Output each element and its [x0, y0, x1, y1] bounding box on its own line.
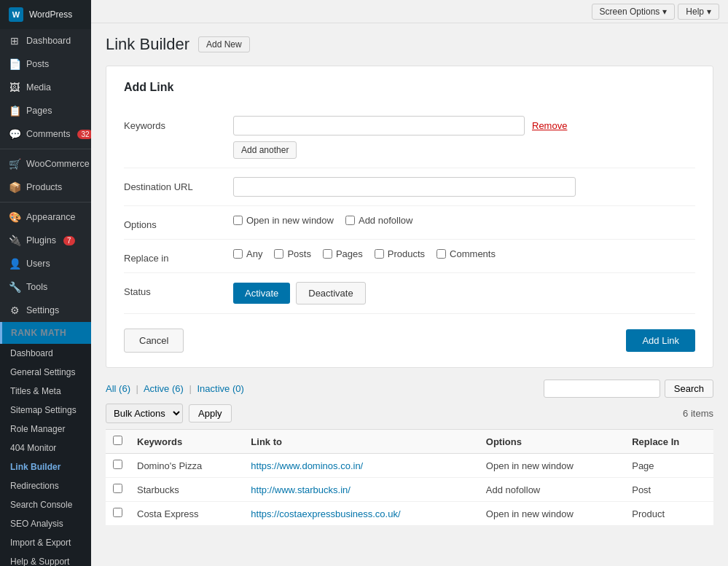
table-header-row: Keywords Link to Options Replace In: [106, 430, 713, 454]
replace-comments-label[interactable]: Comments: [437, 248, 496, 259]
table-row: Costa Express https://costaexpressbusine…: [106, 502, 713, 526]
open-new-window-label[interactable]: Open in new window: [233, 215, 334, 226]
sidebar-item-media[interactable]: 🖼 Media: [0, 76, 91, 99]
replace-posts-label[interactable]: Posts: [274, 248, 311, 259]
add-link-submit-button[interactable]: Add Link: [626, 329, 695, 352]
add-nofollow-checkbox[interactable]: [345, 216, 355, 225]
replace-comments-checkbox[interactable]: [437, 249, 446, 259]
replace-pages-checkbox[interactable]: [323, 249, 332, 259]
replace-pages-label[interactable]: Pages: [323, 248, 363, 259]
sidebar: W WordPress ⊞ Dashboard 📄 Posts 🖼 Media …: [0, 0, 91, 566]
row-link-anchor[interactable]: https://www.dominos.co.in/: [251, 460, 363, 471]
sidebar-item-settings[interactable]: ⚙ Settings: [0, 299, 91, 322]
keywords-row: Keywords Remove Add another: [124, 107, 695, 168]
sidebar-item-plugins[interactable]: 🔌 Plugins 7: [0, 229, 91, 252]
sidebar-item-appearance[interactable]: 🎨 Appearance: [0, 205, 91, 229]
row-options: Add nofollow: [479, 478, 625, 502]
filter-active-link[interactable]: Active (6): [144, 383, 184, 394]
filter-all-link[interactable]: All (6): [106, 383, 130, 394]
row-checkbox-2[interactable]: [113, 508, 122, 517]
sidebar-item-rm-redirections[interactable]: Redirections: [0, 476, 91, 495]
add-another-button[interactable]: Add another: [233, 141, 297, 159]
sidebar-item-rm-titles[interactable]: Titles & Meta: [0, 382, 91, 401]
sidebar-item-posts[interactable]: 📄 Posts: [0, 52, 91, 76]
deactivate-button[interactable]: Deactivate: [296, 282, 365, 304]
th-link-to: Link to: [243, 430, 478, 454]
sidebar-item-rm-import-export[interactable]: Import & Export: [0, 533, 91, 552]
destination-url-input[interactable]: [233, 177, 576, 197]
add-nofollow-label[interactable]: Add nofollow: [345, 215, 412, 226]
media-icon: 🖼: [9, 82, 20, 93]
table-search-row: Search: [544, 380, 713, 398]
sidebar-item-rm-dashboard[interactable]: Dashboard: [0, 344, 91, 363]
add-new-button[interactable]: Add New: [198, 36, 250, 52]
sidebar-item-rm-search-console[interactable]: Search Console: [0, 495, 91, 514]
table-search-input[interactable]: [544, 380, 660, 398]
replace-products-checkbox[interactable]: [375, 249, 384, 259]
sidebar-item-rm-help-support[interactable]: Help & Support: [0, 552, 91, 566]
options-label: Options: [124, 215, 219, 230]
sidebar-item-dashboard[interactable]: ⊞ Dashboard: [0, 29, 91, 52]
plugins-badge: 7: [63, 236, 75, 245]
sidebar-item-rm-general[interactable]: General Settings: [0, 363, 91, 382]
cancel-button[interactable]: Cancel: [124, 329, 184, 353]
page-title: Link Builder: [106, 35, 189, 54]
sidebar-item-rm-sitemap[interactable]: Sitemap Settings: [0, 401, 91, 420]
replace-in-checkboxes: Any Posts Pages Products: [233, 248, 695, 259]
open-new-window-checkbox[interactable]: [233, 216, 243, 225]
replace-any-label[interactable]: Any: [233, 248, 262, 259]
wp-logo[interactable]: W WordPress: [0, 0, 91, 29]
destination-url-label: Destination URL: [124, 177, 219, 192]
row-checkbox-0[interactable]: [113, 460, 122, 469]
add-link-card: Add Link Keywords Remove Add another Des…: [106, 66, 713, 368]
replace-in-field: Any Posts Pages Products: [233, 248, 695, 259]
sidebar-item-tools[interactable]: 🔧 Tools: [0, 275, 91, 299]
page-title-bar: Link Builder Add New: [106, 35, 713, 54]
sidebar-item-comments[interactable]: 💬 Comments 32: [0, 122, 91, 146]
keyword-input[interactable]: [233, 116, 525, 135]
th-replace-in: Replace In: [625, 430, 713, 454]
replace-in-row: Replace in Any Posts Pages: [124, 240, 695, 273]
row-checkbox-cell: [106, 454, 130, 478]
row-keyword: Costa Express: [130, 502, 243, 526]
row-checkbox-1[interactable]: [113, 484, 122, 493]
comments-badge: 32: [77, 130, 91, 139]
bulk-apply-button[interactable]: Apply: [189, 404, 232, 422]
sidebar-item-products[interactable]: 📦 Products: [0, 176, 91, 199]
options-field: Open in new window Add nofollow: [233, 215, 695, 226]
dashboard-icon: ⊞: [9, 35, 20, 47]
links-table: Keywords Link to Options Replace In Domi…: [106, 429, 713, 526]
wp-icon: W: [9, 7, 23, 22]
users-icon: 👤: [9, 258, 20, 270]
posts-icon: 📄: [9, 58, 20, 70]
row-link-anchor[interactable]: http://www.starbucks.in/: [251, 484, 351, 495]
row-link-anchor[interactable]: https://costaexpressbusiness.co.uk/: [251, 508, 400, 519]
replace-any-checkbox[interactable]: [233, 249, 243, 259]
sidebar-item-rm-link-builder[interactable]: Link Builder: [0, 457, 91, 476]
help-button[interactable]: Help ▾: [678, 4, 719, 20]
sidebar-item-rm-role[interactable]: Role Manager: [0, 420, 91, 439]
rank-math-submenu: Dashboard General Settings Titles & Meta…: [0, 344, 91, 566]
select-all-checkbox[interactable]: [113, 436, 122, 445]
filter-inactive-link[interactable]: Inactive (0): [197, 383, 243, 394]
replace-products-label[interactable]: Products: [375, 248, 425, 259]
tools-icon: 🔧: [9, 281, 20, 293]
replace-posts-checkbox[interactable]: [274, 249, 283, 259]
sidebar-item-rm-seo-analysis[interactable]: SEO Analysis: [0, 514, 91, 533]
keywords-label: Keywords: [124, 116, 219, 131]
sidebar-item-woocommerce[interactable]: 🛒 WooCommerce: [0, 152, 91, 176]
screen-options-button[interactable]: Screen Options ▾: [592, 4, 676, 20]
rank-math-section-header[interactable]: Rank Math: [0, 322, 91, 344]
products-icon: 📦: [9, 181, 20, 193]
remove-keyword-button[interactable]: Remove: [532, 120, 567, 131]
sidebar-item-rm-404[interactable]: 404 Monitor: [0, 439, 91, 457]
sidebar-item-users[interactable]: 👤 Users: [0, 252, 91, 275]
sidebar-item-pages[interactable]: 📋 Pages: [0, 99, 91, 122]
topbar: Screen Options ▾ Help ▾: [91, 0, 728, 23]
options-row: Options Open in new window Add nofollow: [124, 206, 695, 240]
table-search-button[interactable]: Search: [665, 380, 713, 398]
activate-button[interactable]: Activate: [233, 283, 290, 304]
table-row: Domino's Pizza https://www.dominos.co.in…: [106, 454, 713, 478]
row-replace-in: Page: [625, 454, 713, 478]
bulk-actions-select[interactable]: Bulk Actions: [106, 404, 183, 423]
